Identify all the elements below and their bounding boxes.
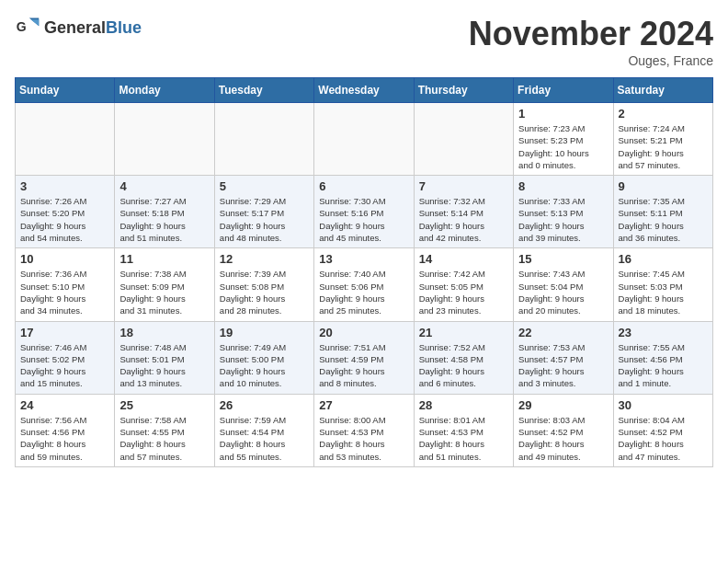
day-number: 18	[119, 326, 209, 339]
title-block: November 2024 Ouges, France	[469, 15, 713, 68]
day-number: 7	[419, 179, 508, 193]
day-info: Sunrise: 8:04 AMSunset: 4:52 PMDaylight:…	[619, 414, 708, 463]
calendar-day-cell: 17Sunrise: 7:46 AMSunset: 5:02 PMDayligh…	[16, 321, 115, 394]
day-number: 29	[518, 398, 608, 412]
day-number: 5	[220, 179, 309, 193]
day-info: Sunrise: 7:52 AMSunset: 4:58 PMDaylight:…	[419, 341, 508, 390]
calendar-week-row: 10Sunrise: 7:36 AMSunset: 5:10 PMDayligh…	[16, 248, 713, 321]
calendar-day-cell: 30Sunrise: 8:04 AMSunset: 4:52 PMDayligh…	[613, 394, 712, 466]
calendar-day-cell: 27Sunrise: 8:00 AMSunset: 4:53 PMDayligh…	[314, 394, 414, 466]
day-info: Sunrise: 7:58 AMSunset: 4:55 PMDaylight:…	[119, 414, 209, 463]
logo-blue: Blue	[106, 18, 142, 37]
logo: G GeneralBlue	[15, 15, 142, 40]
calendar-day-cell	[314, 103, 414, 176]
weekday-header-row: SundayMondayTuesdayWednesdayThursdayFrid…	[16, 78, 713, 103]
logo-icon: G	[15, 15, 40, 40]
day-number: 1	[518, 107, 608, 121]
calendar-day-cell: 26Sunrise: 7:59 AMSunset: 4:54 PMDayligh…	[214, 394, 313, 466]
day-info: Sunrise: 7:46 AMSunset: 5:02 PMDaylight:…	[20, 341, 109, 390]
weekday-header-wednesday: Wednesday	[314, 78, 414, 103]
day-info: Sunrise: 7:38 AMSunset: 5:09 PMDaylight:…	[119, 268, 209, 316]
day-info: Sunrise: 7:45 AMSunset: 5:03 PMDaylight:…	[619, 268, 708, 316]
day-number: 19	[220, 326, 309, 339]
calendar-day-cell: 2Sunrise: 7:24 AMSunset: 5:21 PMDaylight…	[613, 103, 712, 176]
day-info: Sunrise: 8:00 AMSunset: 4:53 PMDaylight:…	[319, 414, 408, 463]
day-info: Sunrise: 7:32 AMSunset: 5:14 PMDaylight:…	[419, 195, 508, 244]
calendar-day-cell: 9Sunrise: 7:35 AMSunset: 5:11 PMDaylight…	[613, 176, 712, 248]
calendar-day-cell: 13Sunrise: 7:40 AMSunset: 5:06 PMDayligh…	[314, 248, 414, 321]
day-number: 4	[119, 179, 209, 193]
day-info: Sunrise: 7:33 AMSunset: 5:13 PMDaylight:…	[518, 195, 608, 244]
calendar-week-row: 3Sunrise: 7:26 AMSunset: 5:20 PMDaylight…	[16, 176, 713, 248]
day-info: Sunrise: 7:53 AMSunset: 4:57 PMDaylight:…	[518, 341, 608, 390]
calendar-day-cell: 23Sunrise: 7:55 AMSunset: 4:56 PMDayligh…	[613, 321, 712, 394]
calendar-week-row: 24Sunrise: 7:56 AMSunset: 4:56 PMDayligh…	[16, 394, 713, 466]
day-info: Sunrise: 7:36 AMSunset: 5:10 PMDaylight:…	[20, 268, 109, 316]
day-number: 3	[20, 179, 109, 193]
day-info: Sunrise: 7:56 AMSunset: 4:56 PMDaylight:…	[20, 414, 109, 463]
day-number: 11	[119, 252, 209, 266]
calendar-day-cell: 20Sunrise: 7:51 AMSunset: 4:59 PMDayligh…	[314, 321, 414, 394]
day-info: Sunrise: 7:29 AMSunset: 5:17 PMDaylight:…	[220, 195, 309, 244]
day-number: 27	[319, 398, 408, 412]
calendar-week-row: 1Sunrise: 7:23 AMSunset: 5:23 PMDaylight…	[16, 103, 713, 176]
day-info: Sunrise: 7:35 AMSunset: 5:11 PMDaylight:…	[619, 195, 708, 244]
day-number: 26	[220, 398, 309, 412]
calendar-table: SundayMondayTuesdayWednesdayThursdayFrid…	[15, 77, 713, 467]
calendar-day-cell: 24Sunrise: 7:56 AMSunset: 4:56 PMDayligh…	[16, 394, 115, 466]
calendar-day-cell: 12Sunrise: 7:39 AMSunset: 5:08 PMDayligh…	[214, 248, 313, 321]
calendar-day-cell: 11Sunrise: 7:38 AMSunset: 5:09 PMDayligh…	[115, 248, 214, 321]
calendar-day-cell: 5Sunrise: 7:29 AMSunset: 5:17 PMDaylight…	[214, 176, 313, 248]
day-info: Sunrise: 7:48 AMSunset: 5:01 PMDaylight:…	[119, 341, 209, 390]
logo-general: General	[44, 18, 106, 37]
day-info: Sunrise: 7:51 AMSunset: 4:59 PMDaylight:…	[319, 341, 408, 390]
day-number: 30	[619, 398, 708, 412]
calendar-day-cell: 4Sunrise: 7:27 AMSunset: 5:18 PMDaylight…	[115, 176, 214, 248]
day-info: Sunrise: 7:59 AMSunset: 4:54 PMDaylight:…	[220, 414, 309, 463]
calendar-day-cell: 22Sunrise: 7:53 AMSunset: 4:57 PMDayligh…	[514, 321, 613, 394]
day-info: Sunrise: 7:39 AMSunset: 5:08 PMDaylight:…	[220, 268, 309, 316]
calendar-day-cell: 14Sunrise: 7:42 AMSunset: 5:05 PMDayligh…	[414, 248, 513, 321]
day-info: Sunrise: 7:23 AMSunset: 5:23 PMDaylight:…	[518, 122, 608, 171]
day-info: Sunrise: 7:24 AMSunset: 5:21 PMDaylight:…	[619, 122, 708, 171]
day-number: 25	[119, 398, 209, 412]
day-info: Sunrise: 7:42 AMSunset: 5:05 PMDaylight:…	[419, 268, 508, 316]
weekday-header-friday: Friday	[514, 78, 613, 103]
day-info: Sunrise: 7:30 AMSunset: 5:16 PMDaylight:…	[319, 195, 408, 244]
day-number: 12	[220, 252, 309, 266]
calendar-week-row: 17Sunrise: 7:46 AMSunset: 5:02 PMDayligh…	[16, 321, 713, 394]
day-number: 28	[419, 398, 508, 412]
day-number: 13	[319, 252, 408, 266]
day-number: 6	[319, 179, 408, 193]
calendar-day-cell	[115, 103, 214, 176]
calendar-day-cell: 25Sunrise: 7:58 AMSunset: 4:55 PMDayligh…	[115, 394, 214, 466]
weekday-header-sunday: Sunday	[16, 78, 115, 103]
calendar-day-cell	[414, 103, 513, 176]
day-number: 2	[619, 107, 708, 121]
day-info: Sunrise: 8:03 AMSunset: 4:52 PMDaylight:…	[518, 414, 608, 463]
calendar-day-cell: 15Sunrise: 7:43 AMSunset: 5:04 PMDayligh…	[514, 248, 613, 321]
day-info: Sunrise: 7:49 AMSunset: 5:00 PMDaylight:…	[220, 341, 309, 390]
day-number: 24	[20, 398, 109, 412]
weekday-header-thursday: Thursday	[414, 78, 513, 103]
calendar-day-cell: 10Sunrise: 7:36 AMSunset: 5:10 PMDayligh…	[16, 248, 115, 321]
svg-text:G: G	[17, 19, 27, 34]
calendar-day-cell: 1Sunrise: 7:23 AMSunset: 5:23 PMDaylight…	[514, 103, 613, 176]
day-number: 17	[20, 326, 109, 339]
calendar-day-cell	[16, 103, 115, 176]
svg-marker-2	[31, 19, 40, 26]
day-number: 9	[619, 179, 708, 193]
page-header: G GeneralBlue November 2024 Ouges, Franc…	[15, 15, 713, 68]
day-number: 21	[419, 326, 508, 339]
day-number: 22	[518, 326, 608, 339]
day-info: Sunrise: 7:43 AMSunset: 5:04 PMDaylight:…	[518, 268, 608, 316]
calendar-day-cell: 21Sunrise: 7:52 AMSunset: 4:58 PMDayligh…	[414, 321, 513, 394]
calendar-day-cell: 3Sunrise: 7:26 AMSunset: 5:20 PMDaylight…	[16, 176, 115, 248]
calendar-day-cell: 6Sunrise: 7:30 AMSunset: 5:16 PMDaylight…	[314, 176, 414, 248]
day-number: 10	[20, 252, 109, 266]
location: Ouges, France	[469, 53, 713, 68]
calendar-day-cell: 16Sunrise: 7:45 AMSunset: 5:03 PMDayligh…	[613, 248, 712, 321]
calendar-day-cell: 8Sunrise: 7:33 AMSunset: 5:13 PMDaylight…	[514, 176, 613, 248]
weekday-header-saturday: Saturday	[613, 78, 712, 103]
calendar-day-cell: 19Sunrise: 7:49 AMSunset: 5:00 PMDayligh…	[214, 321, 313, 394]
